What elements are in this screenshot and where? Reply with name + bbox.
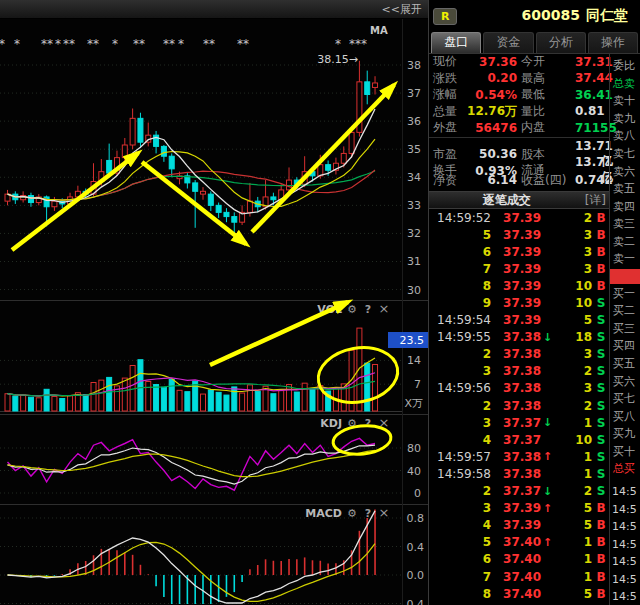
quote-row: 涨跌0.20最高37.44 xyxy=(429,70,610,87)
trade-cell: 14:59:56 xyxy=(429,381,491,395)
vol-help-icon[interactable]: ? xyxy=(365,303,371,316)
queue-time: 14:5 xyxy=(610,483,640,501)
quote-label: 收益(四) xyxy=(521,172,575,189)
svg-text:38.15→: 38.15→ xyxy=(317,53,358,66)
quote-value: 12.76万 xyxy=(465,103,521,120)
trade-row[interactable]: 537.393B xyxy=(429,226,610,243)
quote-label: 股本 xyxy=(521,146,575,163)
trade-row[interactable]: 537.40↑1B xyxy=(429,534,610,551)
svg-text:0: 0 xyxy=(414,487,421,500)
vol-close-icon[interactable]: × xyxy=(379,301,390,316)
trade-cell: 37.39 xyxy=(491,313,541,327)
trade-cell: S xyxy=(592,467,610,481)
svg-text:40: 40 xyxy=(407,465,421,478)
trade-row[interactable]: 437.395B xyxy=(429,517,610,534)
macd-close-icon[interactable]: × xyxy=(379,505,390,520)
trade-cell: 9 xyxy=(429,296,491,310)
quote-label: 涨幅 xyxy=(433,86,465,103)
trade-cell: B xyxy=(592,570,610,584)
collapse-button[interactable]: <<展开 xyxy=(376,2,428,17)
trade-row[interactable]: 837.405B xyxy=(429,585,610,602)
trade-row[interactable]: 637.393B xyxy=(429,243,610,260)
r-badge[interactable]: R xyxy=(433,8,457,25)
trade-row[interactable]: 337.39↑5B xyxy=(429,500,610,517)
kdj-help-icon[interactable]: ? xyxy=(365,417,371,430)
trade-row[interactable]: 14:59:5637.383S xyxy=(429,380,610,397)
svg-text:*: * xyxy=(69,37,75,51)
trade-cell: 4 xyxy=(429,433,491,447)
trade-cell: 2 xyxy=(554,364,592,378)
trade-cell: 18 xyxy=(554,330,592,344)
quote-value: 50.36 xyxy=(465,147,521,161)
trade-row[interactable]: 737.401B xyxy=(429,568,610,585)
trade-cell: B xyxy=(592,211,610,225)
trade-row[interactable]: 14:59:5837.381S xyxy=(429,465,610,482)
vol-settings-gear-icon[interactable]: ⚙ xyxy=(347,303,357,316)
trade-row[interactable]: 14:59:5537.38↓18S xyxy=(429,329,610,346)
queue-time: 14:5 xyxy=(610,518,640,536)
trade-row[interactable]: 14:59:5237.392B xyxy=(429,209,610,226)
arrow-down-icon: ↓ xyxy=(541,416,554,429)
trade-row[interactable]: 337.37↓1S xyxy=(429,414,610,431)
svg-text:34: 34 xyxy=(407,171,421,184)
tab-fenxi[interactable]: 分析 xyxy=(536,32,586,53)
trade-row[interactable]: 237.37↓2S xyxy=(429,483,610,500)
quote-row: 涨幅0.54%最低36.41 xyxy=(429,86,610,103)
trade-row[interactable]: 437.3710S xyxy=(429,431,610,448)
trade-cell: 37.37 xyxy=(491,416,541,430)
queue-row: 买四 xyxy=(610,337,640,355)
quote-label: 量比 xyxy=(521,103,575,120)
quote-label: 最低 xyxy=(521,86,575,103)
trade-row[interactable]: 14:59:5437.395S xyxy=(429,312,610,329)
trade-cell: 8 xyxy=(429,279,491,293)
svg-text:14: 14 xyxy=(407,354,421,367)
trade-row[interactable]: 837.3910B xyxy=(429,277,610,294)
trade-cell: 37.38 xyxy=(491,381,541,395)
quote-label: 净资 xyxy=(433,172,465,189)
trade-cell: S xyxy=(592,433,610,447)
tab-zijin[interactable]: 资金 xyxy=(483,32,533,53)
trade-cell: 3 xyxy=(554,347,592,361)
macd-settings-gear-icon[interactable]: ⚙ xyxy=(347,507,357,520)
trade-cell: 14:59:58 xyxy=(429,467,491,481)
trade-cell: B xyxy=(592,262,610,276)
quote-value: 0.20 xyxy=(465,71,521,85)
queue-time: 14:5 xyxy=(610,501,640,519)
svg-text:*: * xyxy=(169,37,175,51)
trade-row[interactable]: 737.393B xyxy=(429,260,610,277)
quote-label: 内盘 xyxy=(521,119,575,136)
trade-cell: 37.39 xyxy=(491,518,541,532)
tab-caozuo[interactable]: 操作 xyxy=(588,32,638,53)
trade-row[interactable]: 637.401B xyxy=(429,551,610,568)
trade-cell: 37.39 xyxy=(491,245,541,259)
trade-row[interactable]: 337.382S xyxy=(429,363,610,380)
tab-pankou[interactable]: 盘口 xyxy=(431,32,481,53)
trade-row[interactable]: 14:59:5737.38↑1S xyxy=(429,448,610,465)
trade-cell: 37.38 xyxy=(491,347,541,361)
macd-help-icon[interactable]: ? xyxy=(365,507,371,520)
queue-time: 14:5 xyxy=(610,571,640,589)
trade-cell: 3 xyxy=(554,262,592,276)
stock-chart-svg[interactable]: ***********************MA383736353433323… xyxy=(0,0,430,605)
trade-cell: 10 xyxy=(554,296,592,310)
arrow-down-icon: ↓ xyxy=(541,331,554,344)
trade-row[interactable]: 237.383S xyxy=(429,346,610,363)
trade-cell: S xyxy=(592,296,610,310)
trade-cell: 7 xyxy=(429,570,491,584)
trade-cell: 6 xyxy=(429,245,491,259)
trade-row[interactable]: 237.382S xyxy=(429,397,610,414)
quote-label: 今开 xyxy=(521,53,575,70)
queue-time: 14:5 xyxy=(610,536,640,554)
trade-cell: 37.39 xyxy=(491,279,541,293)
detail-link[interactable]: [详] xyxy=(585,192,610,209)
trade-cell: 14:59:57 xyxy=(429,450,491,464)
trade-cell: 1 xyxy=(554,535,592,549)
quote-label: 现价 xyxy=(433,53,465,70)
quote-row: 外盘56476内盘71155 xyxy=(429,119,610,136)
svg-text:38: 38 xyxy=(407,59,421,72)
chart-topbar: <<展开 xyxy=(0,0,428,19)
pane-header-vol: VOL⚙?× xyxy=(317,301,389,316)
queue-row: 卖二 xyxy=(610,232,640,250)
tick-trades-list[interactable]: 14:59:5237.392B537.393B637.393B737.393B8… xyxy=(429,209,610,605)
trade-row[interactable]: 937.3910S xyxy=(429,294,610,311)
